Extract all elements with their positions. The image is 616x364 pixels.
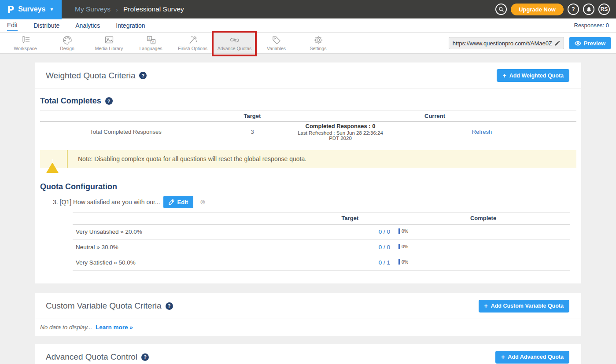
quota-target-value[interactable]: 0 / 0	[379, 228, 390, 235]
complete-column-header: Complete	[396, 212, 570, 224]
main-content: Weighted Quota Criteria ? + Add Weighted…	[0, 54, 616, 364]
target-column-header: Target	[211, 110, 293, 122]
advanced-quota-header: Advanced Quota Control ? + Add Advanced …	[35, 344, 581, 364]
toolbar-item-variables[interactable]: Variables	[255, 33, 297, 53]
toolbar-item-label: Advance Quotas	[218, 46, 252, 51]
preview-label: Preview	[584, 40, 605, 47]
custom-variable-quota-card: Custom Variable Quota Criteria ? + Add C…	[35, 293, 581, 336]
quota-option-label: Very Unsatisfied » 20.0%	[73, 224, 304, 239]
responses-count: Responses: 0	[574, 22, 616, 29]
table-row: Very Unsatisfied » 20.0% 0 / 0 0%	[73, 224, 570, 239]
progress-percent: 0%	[402, 244, 408, 249]
table-row: Total Completed Responses 3 Completed Re…	[40, 122, 576, 142]
toolbar-item-label: Media Library	[95, 46, 123, 51]
eye-icon	[575, 41, 581, 46]
survey-url-input[interactable]	[453, 40, 552, 47]
custom-variable-quota-header: Custom Variable Quota Criteria ? + Add C…	[35, 293, 581, 319]
toolbar-item-label: Settings	[310, 46, 327, 51]
gear-icon	[313, 35, 324, 45]
tab-analytics[interactable]: Analytics	[75, 20, 100, 31]
note-text: Note: Disabling complex quota for all qu…	[78, 155, 306, 162]
toolbar-right: Preview	[449, 37, 611, 49]
survey-nav: Edit Distribute Analytics Integration Re…	[0, 18, 616, 33]
edit-icon	[169, 199, 174, 205]
topbar-actions: Upgrade Now ? RS	[495, 4, 616, 15]
note-banner: ! Note: Disabling complex quota for all …	[40, 150, 576, 168]
completed-responses-value: Completed Responses : 0	[293, 123, 387, 129]
help-icon[interactable]: ?	[105, 97, 113, 105]
toolbar-item-media-library[interactable]: Media Library	[88, 33, 130, 53]
toolbar-item-label: Workspace	[14, 46, 37, 51]
toolbar-item-workspace[interactable]: Workspace	[4, 33, 46, 53]
progress-bar	[398, 259, 400, 265]
magic-wand-icon	[188, 35, 198, 45]
edit-question-button[interactable]: Edit	[163, 196, 194, 208]
table-row: Very Satisfied » 50.0% 0 / 1 0%	[73, 255, 570, 270]
upgrade-now-button[interactable]: Upgrade Now	[511, 4, 564, 15]
breadcrumb-parent[interactable]: My Surveys	[75, 5, 111, 13]
image-icon	[104, 35, 114, 45]
help-icon[interactable]: ?	[139, 72, 147, 79]
questionpro-logo-icon: P	[7, 4, 14, 15]
table-row: Neutral » 30.0% 0 / 0 0%	[73, 239, 570, 255]
empty-state: No data to display... Learn more »	[35, 319, 581, 336]
empty-header-cell	[73, 212, 304, 224]
help-icon[interactable]: ?	[141, 353, 149, 361]
tab-integration[interactable]: Integration	[116, 20, 145, 31]
toolbar-item-label: Design	[60, 46, 74, 51]
advanced-quota-title: Advanced Quota Control ?	[46, 352, 149, 362]
avatar[interactable]: RS	[598, 4, 610, 15]
target-column-header: Target	[304, 212, 396, 224]
search-button[interactable]	[495, 4, 507, 15]
toolbar-item-label: Finish Options	[178, 46, 207, 51]
add-advanced-quota-button[interactable]: + Add Advanced Quota	[495, 351, 569, 364]
chain-link-icon	[229, 35, 240, 45]
help-button[interactable]: ?	[568, 4, 579, 15]
advanced-quota-title-text: Advanced Quota Control	[46, 352, 137, 362]
tab-edit[interactable]: Edit	[7, 19, 18, 31]
quota-target-value[interactable]: 0 / 1	[379, 259, 390, 266]
refresh-link[interactable]: Refresh	[472, 129, 492, 135]
quota-configuration-title: Quota Configuration	[40, 182, 581, 191]
help-icon: ?	[572, 6, 575, 12]
toolbar-item-languages[interactable]: x̄A Languages	[130, 33, 172, 53]
app-menu-label: Surveys	[18, 5, 45, 13]
toolbar-item-advance-quotas[interactable]: Advance Quotas	[214, 33, 255, 53]
help-icon[interactable]: ?	[166, 302, 173, 310]
quota-option-label: Very Satisfied » 50.0%	[73, 255, 304, 270]
survey-url-box	[449, 37, 564, 49]
plus-icon: +	[484, 302, 488, 309]
total-completes-table: Target Current Total Completed Responses…	[40, 110, 576, 142]
tag-icon	[271, 35, 282, 45]
add-weighted-quota-button[interactable]: + Add Weighted Quota	[497, 69, 569, 82]
progress-percent: 0%	[402, 259, 408, 265]
current-column-header: Current	[293, 110, 576, 122]
app-menu[interactable]: P Surveys ▾	[0, 0, 62, 18]
plus-icon: +	[502, 72, 506, 79]
palette-icon	[62, 35, 73, 45]
plus-icon: +	[501, 353, 505, 360]
breadcrumb-current: Professional Survey	[123, 5, 184, 13]
progress-bar	[398, 244, 400, 249]
toolbar-item-label: Languages	[140, 46, 162, 51]
tab-distribute[interactable]: Distribute	[33, 20, 59, 31]
add-custom-variable-quota-button[interactable]: + Add Custom Variable Quota	[479, 300, 570, 313]
target-value: 3	[211, 122, 293, 142]
quota-option-label: Neutral » 30.0%	[73, 239, 304, 255]
toolbar-item-finish-options[interactable]: Finish Options	[172, 33, 214, 53]
quota-target-value[interactable]: 0 / 0	[379, 244, 390, 250]
no-data-text: No data to display...	[40, 324, 92, 331]
row-label: Total Completed Responses	[40, 122, 211, 142]
pencil-icon[interactable]	[554, 40, 560, 46]
avatar-initials: RS	[601, 6, 608, 12]
learn-more-link[interactable]: Learn more »	[96, 324, 133, 331]
top-navbar: P Surveys ▾ My Surveys › Professional Su…	[0, 0, 616, 18]
preview-button[interactable]: Preview	[569, 37, 611, 49]
toolbar-item-settings[interactable]: Settings	[297, 33, 339, 53]
bell-icon	[586, 7, 592, 12]
toolbar-item-design[interactable]: Design	[46, 33, 88, 53]
breadcrumb-separator-icon: ›	[116, 6, 118, 13]
advanced-quota-card: Advanced Quota Control ? + Add Advanced …	[35, 344, 581, 364]
notifications-button[interactable]	[583, 4, 594, 15]
remove-question-icon[interactable]: ⊗	[200, 198, 206, 206]
